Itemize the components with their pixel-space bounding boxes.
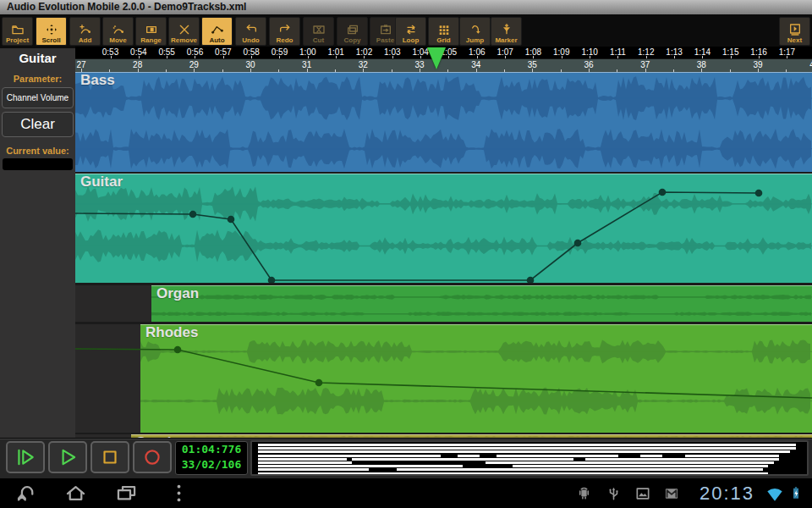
overview-clip-bar — [258, 465, 464, 467]
next-button[interactable]: Next — [779, 17, 810, 46]
home-icon[interactable] — [64, 482, 87, 505]
recents-icon[interactable] — [115, 482, 138, 505]
move-button[interactable]: Move — [102, 17, 134, 46]
marker-button[interactable]: Marker — [491, 17, 522, 46]
add-button[interactable]: Add — [69, 17, 101, 46]
toolbar-button-label: Cut — [313, 36, 324, 44]
redo-icon — [277, 23, 293, 36]
android-nav-bar: 20:13 — [0, 478, 812, 508]
overview-clip-bar — [258, 472, 769, 475]
undo-icon — [244, 23, 259, 36]
automation-curve[interactable] — [75, 174, 812, 283]
time-display: 01:04:776 33/02/106 — [175, 441, 248, 475]
toolbar-button-label: Scroll — [41, 36, 60, 44]
play-icon — [57, 446, 79, 468]
playhead-marker[interactable] — [427, 47, 446, 69]
transport-bar: 01:04:776 33/02/106 — [0, 438, 812, 479]
stop-button[interactable] — [91, 441, 129, 473]
parameter-select-button[interactable]: Channel Volume — [2, 87, 74, 108]
overview-clip-bar — [486, 461, 774, 464]
track-organ[interactable]: Organ — [75, 285, 812, 322]
track-name-label: Organ — [156, 285, 199, 302]
move-node-icon — [111, 23, 126, 36]
remove-button[interactable]: Remove — [168, 17, 200, 46]
undo-button[interactable]: Undo — [235, 17, 266, 46]
android-debug-icon — [576, 485, 592, 502]
current-value-field — [3, 158, 73, 170]
loop-button[interactable]: Loop — [395, 17, 426, 46]
time-display-bars: 33/02/106 — [176, 457, 247, 472]
toolbar-button-label: Marker — [495, 36, 517, 44]
toolbar-button-label: Move — [109, 36, 126, 44]
cut-icon — [311, 23, 326, 36]
overview-clip-bar — [513, 465, 768, 467]
overview-clip-bar — [258, 444, 796, 446]
grid-button[interactable]: Grid — [428, 17, 459, 46]
project-overview[interactable] — [250, 440, 809, 476]
track-empty-area[interactable] — [75, 285, 152, 322]
toolbar-button-label: Grid — [436, 36, 450, 44]
overview-clip-bar — [397, 468, 763, 471]
toolbar-button-label: Range — [140, 36, 161, 44]
toolbar-button-label: Paste — [376, 36, 394, 44]
automation-point[interactable] — [189, 211, 197, 218]
project-button[interactable]: Project — [2, 17, 33, 46]
automation-point[interactable] — [755, 190, 763, 197]
automation-point[interactable] — [228, 216, 235, 224]
automation-curve[interactable] — [75, 324, 812, 433]
tracks-area[interactable]: BassGuitarOrganRhodesSynth — [75, 72, 812, 438]
automation-point[interactable] — [659, 189, 667, 196]
toolbar-button-label: Project — [6, 36, 29, 44]
waveform — [75, 73, 812, 173]
next-icon — [787, 23, 803, 36]
track-rhodes[interactable]: Rhodes — [75, 324, 812, 433]
jump-button[interactable]: Jump — [459, 17, 491, 46]
selected-track-name: Guitar — [0, 51, 75, 65]
title-bar: Audio Evolution Mobile 2.0.0 - Demo9Trac… — [0, 0, 812, 14]
auto-button[interactable]: Auto — [201, 17, 233, 46]
battery-icon — [788, 485, 804, 502]
play-from-start-icon — [14, 446, 36, 468]
timeline-ruler[interactable]: 0:530:540:550:560:570:580:591:001:011:02… — [75, 47, 812, 72]
folder-icon — [10, 23, 25, 36]
automation-point[interactable] — [315, 379, 323, 387]
back-icon[interactable] — [15, 482, 38, 505]
scroll-button[interactable]: Scroll — [36, 17, 67, 46]
add-node-icon — [78, 23, 93, 36]
toolbar-button-label: Auto — [209, 36, 224, 44]
automation-icon — [210, 23, 225, 36]
wifi-icon — [765, 485, 784, 502]
toolbar-button-label: Loop — [403, 36, 420, 44]
automation-point[interactable] — [174, 346, 182, 354]
menu-icon[interactable] — [167, 482, 190, 505]
jump-icon — [468, 23, 483, 36]
track-bass[interactable]: Bass — [75, 72, 812, 172]
audio-clip[interactable] — [151, 285, 812, 322]
grid-icon — [436, 23, 452, 36]
play-button[interactable] — [48, 441, 87, 473]
toolbar-button-label: Add — [79, 36, 92, 44]
status-clock: 20:13 — [700, 483, 754, 505]
copy-button: Copy — [337, 17, 368, 46]
track-guitar[interactable]: Guitar — [75, 174, 812, 283]
overview-clip-bar — [258, 458, 347, 461]
toolbar-button-label: Copy — [344, 36, 361, 44]
usb-icon — [606, 485, 622, 502]
range-button[interactable]: Range — [135, 17, 167, 46]
waveform — [151, 286, 812, 323]
cut-button: Cut — [303, 17, 334, 46]
overview-clip-bar — [585, 458, 780, 461]
play-from-start-button[interactable] — [6, 441, 45, 473]
audio-clip[interactable] — [75, 72, 812, 172]
redo-button[interactable]: Redo — [269, 17, 300, 46]
copy-icon — [345, 23, 360, 36]
stop-icon — [99, 446, 121, 468]
record-button[interactable] — [133, 441, 172, 473]
parameter-label: Parameter: — [0, 74, 75, 84]
clear-button[interactable]: Clear — [2, 112, 74, 137]
automation-point[interactable] — [574, 240, 582, 247]
marker-icon — [499, 23, 514, 36]
toolbar-button-label: Next — [787, 36, 802, 44]
overview-clip-bar — [497, 455, 618, 457]
automation-sidebar: Guitar Parameter: Channel Volume Clear C… — [0, 48, 75, 170]
